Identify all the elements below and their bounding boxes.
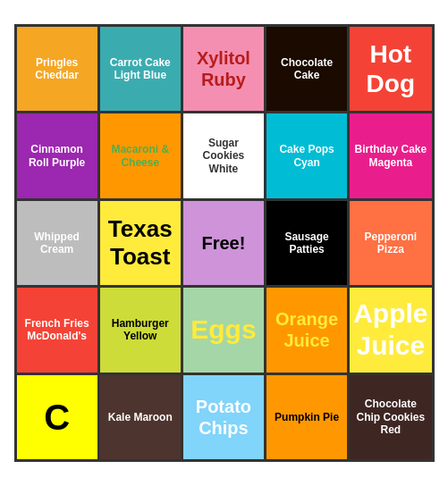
cell-text-r4c2: Potato Chips — [187, 396, 260, 439]
cell-r0c2: Xylitol Ruby — [183, 27, 264, 111]
cell-r2c4: Pepperoni Pizza — [350, 201, 431, 285]
cell-text-r2c1: Texas Toast — [104, 215, 177, 271]
cell-text-r3c4: Apple Juice — [353, 297, 427, 362]
cell-r2c2: Free! — [183, 201, 264, 285]
cell-r1c4: Birthday Cake Magenta — [350, 113, 431, 197]
cell-r3c2: Eggs — [183, 288, 264, 372]
cell-text-r0c4: Hot Dog — [353, 39, 427, 99]
cell-text-r4c4: Chocolate Chip Cookies Red — [353, 398, 427, 436]
bingo-grid: Pringles CheddarCarrot Cake Light BlueXy… — [14, 24, 435, 462]
cell-r2c0: Whipped Cream — [17, 201, 97, 285]
cell-text-r3c3: Orange Juice — [270, 308, 343, 351]
cell-r1c2: Sugar Cookies White — [183, 113, 264, 197]
cell-r3c3: Orange Juice — [266, 288, 347, 372]
cell-text-r3c2: Eggs — [190, 314, 256, 346]
cell-r0c0: Pringles Cheddar — [17, 27, 97, 111]
cell-text-r2c3: Sausage Patties — [270, 230, 343, 256]
cell-r1c3: Cake Pops Cyan — [266, 113, 347, 197]
cell-text-r3c0: French Fries McDonald's — [21, 317, 94, 343]
cell-r4c2: Potato Chips — [183, 375, 264, 459]
cell-text-r4c0: C — [44, 396, 70, 439]
cell-r2c3: Sausage Patties — [266, 201, 347, 285]
cell-text-r0c3: Chocolate Cake — [270, 56, 343, 82]
cell-text-r2c4: Pepperoni Pizza — [353, 230, 427, 256]
cell-text-r1c2: Sugar Cookies White — [187, 137, 260, 175]
cell-r2c1: Texas Toast — [100, 201, 181, 285]
cell-r4c3: Pumpkin Pie — [266, 375, 347, 459]
cell-r0c1: Carrot Cake Light Blue — [100, 27, 181, 111]
cell-text-r0c0: Pringles Cheddar — [21, 56, 94, 82]
bingo-card: Pringles CheddarCarrot Cake Light BlueXy… — [5, 15, 444, 471]
cell-r1c0: Cinnamon Roll Purple — [17, 113, 97, 197]
cell-r3c1: Hamburger Yellow — [100, 288, 181, 372]
cell-r0c3: Chocolate Cake — [266, 27, 347, 111]
cell-text-r2c0: Whipped Cream — [21, 230, 94, 256]
cell-text-r3c1: Hamburger Yellow — [104, 317, 177, 343]
cell-text-r0c1: Carrot Cake Light Blue — [104, 56, 177, 82]
cell-r4c4: Chocolate Chip Cookies Red — [350, 375, 431, 459]
cell-r4c0: C — [17, 375, 97, 459]
cell-text-r0c2: Xylitol Ruby — [187, 47, 260, 90]
cell-text-r4c1: Kale Maroon — [108, 411, 173, 423]
cell-text-r1c4: Birthday Cake Magenta — [353, 143, 427, 169]
cell-text-r2c2: Free! — [201, 232, 245, 254]
cell-r4c1: Kale Maroon — [100, 375, 181, 459]
cell-text-r4c3: Pumpkin Pie — [275, 411, 339, 423]
cell-text-r1c0: Cinnamon Roll Purple — [21, 143, 94, 169]
cell-text-r1c3: Cake Pops Cyan — [270, 143, 343, 169]
cell-r1c1: Macaroni & Cheese — [100, 113, 181, 197]
cell-r3c0: French Fries McDonald's — [17, 288, 97, 372]
cell-r3c4: Apple Juice — [350, 288, 431, 372]
cell-text-r1c1: Macaroni & Cheese — [104, 143, 177, 169]
cell-r0c4: Hot Dog — [350, 27, 431, 111]
